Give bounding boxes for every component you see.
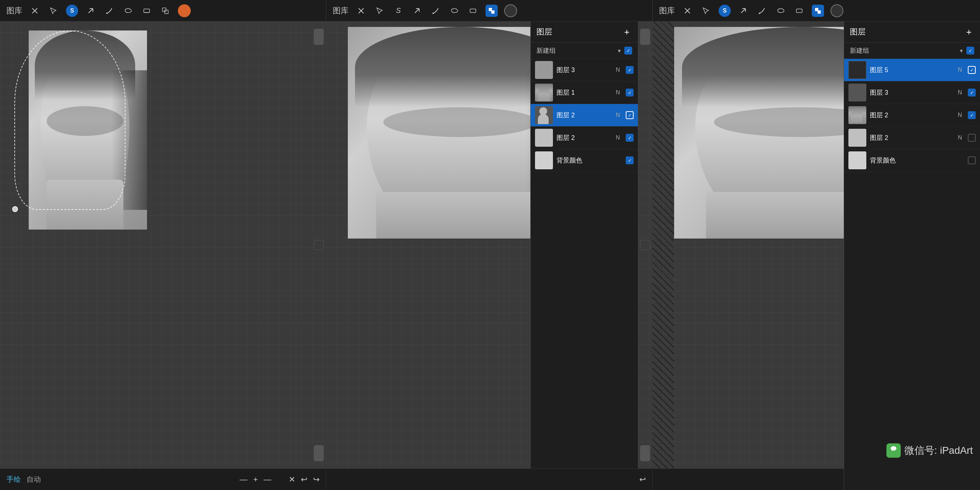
color-picker-1[interactable]: [178, 4, 191, 17]
select-btn-1[interactable]: [47, 5, 59, 17]
layers-btn-1[interactable]: [159, 5, 172, 17]
layer-name-2b-2: 图层 2: [557, 134, 610, 142]
smudge-btn-2[interactable]: [448, 5, 460, 17]
gallery-btn-1[interactable]: 图库: [6, 5, 22, 16]
opacity-slider-bottom-2[interactable]: [640, 445, 650, 461]
eraser-btn-3[interactable]: [793, 5, 805, 17]
modify-btn-1[interactable]: [29, 5, 41, 17]
layer-row-2b-2[interactable]: 图层 2 N: [531, 127, 638, 149]
layer-row-1-2[interactable]: 图层 1 N: [531, 81, 638, 104]
group-check-3[interactable]: [966, 47, 974, 54]
layer-thumb-2a-2: [535, 106, 553, 124]
eraser-btn-1[interactable]: [140, 5, 153, 17]
layers-btn-3[interactable]: [812, 5, 824, 17]
undo-btn-1[interactable]: ↩: [301, 475, 307, 484]
brush-btn-2[interactable]: [430, 5, 442, 17]
layer-row-bg-3[interactable]: 背景颜色: [844, 149, 980, 172]
bottom-toolbar-2: ↩: [326, 468, 652, 490]
select-btn-3[interactable]: [700, 5, 712, 17]
eraser-btn-2[interactable]: [467, 5, 479, 17]
artwork-1: [29, 30, 147, 229]
minus-btn-1[interactable]: —: [240, 475, 247, 484]
s-tool-1[interactable]: S: [66, 5, 78, 17]
watermark-text: 微信号: iPadArt: [904, 444, 973, 457]
layer-row-5-3[interactable]: 图层 5 N: [844, 59, 980, 81]
modify-btn-2[interactable]: [355, 5, 367, 17]
layer-row-3-2[interactable]: 图层 3 N: [531, 59, 638, 81]
layer-check-3-2[interactable]: [626, 66, 633, 74]
s-tool-3[interactable]: S: [719, 5, 731, 17]
svg-rect-8: [491, 10, 495, 14]
cancel-btn[interactable]: ✕: [289, 475, 295, 484]
svg-point-0: [106, 13, 108, 14]
svg-point-9: [759, 13, 760, 14]
watermark: 微信号: iPadArt: [886, 443, 973, 458]
layer-thumb-2b-2: [535, 129, 553, 147]
hatching-left: [652, 22, 674, 468]
auto-mode-label[interactable]: 自动: [27, 474, 41, 484]
layer-check-2r1-3[interactable]: [968, 111, 976, 119]
layer-thumb-3-3: [848, 84, 866, 102]
gallery-btn-3[interactable]: 图库: [659, 5, 675, 16]
layer-mode-3-3: N: [956, 89, 964, 96]
layer-row-2r2-3[interactable]: 图层 2 N: [844, 127, 980, 149]
brush-btn-1[interactable]: [103, 5, 116, 17]
layer-name-3-2: 图层 3: [557, 66, 610, 74]
layer-mode-2b-2: N: [614, 135, 622, 141]
layer-name-5-3: 图层 5: [870, 66, 952, 74]
layers-group-row-3[interactable]: 新建组 ▾: [844, 43, 980, 59]
layer-row-2a-2[interactable]: 图层 2 N: [531, 104, 638, 127]
size-slider-top-2[interactable]: [640, 29, 650, 45]
color-picker-2[interactable]: [504, 4, 517, 17]
layer-mode-5-3: N: [956, 67, 964, 73]
group-check-2[interactable]: [624, 47, 632, 54]
layers-group-row-2[interactable]: 新建组 ▾: [531, 43, 638, 59]
plus-btn-1[interactable]: +: [253, 475, 258, 484]
layers-title-3: 图层: [850, 27, 865, 37]
layer-name-1-2: 图层 1: [557, 88, 610, 97]
size-slider-top[interactable]: [314, 29, 324, 45]
sidebar-square-btn[interactable]: [314, 240, 324, 250]
svg-rect-6: [470, 9, 476, 13]
layer-check-bg-3[interactable]: [968, 156, 976, 164]
layers-header-2: 图层 +: [531, 22, 638, 43]
layer-thumb-bg-3: [848, 151, 866, 169]
color-picker-3[interactable]: [830, 4, 843, 17]
layers-header-3: 图层 +: [844, 22, 980, 43]
layer-check-bg-2[interactable]: [626, 156, 633, 164]
layer-check-2a-2[interactable]: [626, 111, 633, 119]
select-btn-2[interactable]: [374, 5, 386, 17]
layer-thumb-3-2: [535, 61, 553, 79]
layers-add-2[interactable]: +: [621, 27, 632, 37]
layer-check-5-3[interactable]: [968, 66, 976, 74]
opacity-slider-bottom[interactable]: [314, 445, 324, 461]
undo-btn-2[interactable]: ↩: [640, 475, 646, 484]
layer-check-2b-2[interactable]: [626, 134, 633, 142]
layers-add-3[interactable]: +: [964, 27, 974, 37]
layer-row-2r1-3[interactable]: 图层 2 N: [844, 104, 980, 127]
modify-btn-3[interactable]: [681, 5, 694, 17]
smudge-btn-3[interactable]: [775, 5, 787, 17]
layer-row-bg-2[interactable]: 背景颜色: [531, 149, 638, 172]
canvas-area-1[interactable]: [0, 22, 326, 468]
s-tool-2[interactable]: S: [392, 5, 404, 17]
minus-btn-2[interactable]: —: [264, 475, 272, 484]
layer-check-3-3[interactable]: [968, 89, 976, 97]
wechat-icon: [886, 443, 901, 458]
layer-row-3-3[interactable]: 图层 3 N: [844, 81, 980, 104]
smudge-btn-1[interactable]: [122, 5, 134, 17]
arrow-btn-2[interactable]: [411, 5, 423, 17]
gallery-btn-2[interactable]: 图库: [333, 5, 348, 16]
arrow-btn-3[interactable]: [737, 5, 749, 17]
layer-thumb-bg-2: [535, 151, 553, 169]
arrow-btn-1[interactable]: [84, 5, 97, 17]
draw-mode-label[interactable]: 手绘: [6, 474, 21, 484]
brush-btn-3[interactable]: [756, 5, 768, 17]
layer-check-1-2[interactable]: [626, 89, 633, 97]
layers-btn-2[interactable]: [485, 5, 498, 17]
panel-3: 微信号: iPadArt 图层 + 新建组 ▾ 图层 5 N: [652, 22, 980, 490]
sidebar-square-btn-2[interactable]: [640, 240, 650, 250]
panel-1: 手绘 自动 — + — ✕ ↩ ↪: [0, 22, 326, 490]
layer-check-2r2-3[interactable]: [968, 134, 976, 142]
redo-btn-1[interactable]: ↪: [313, 475, 320, 484]
